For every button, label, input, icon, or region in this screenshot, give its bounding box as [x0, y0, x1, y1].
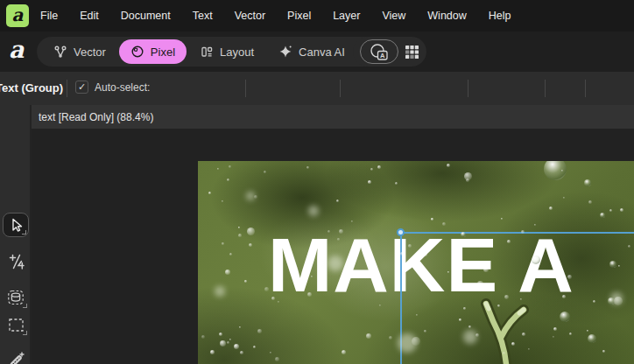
auto-select-control: ✓ Auto-select: [75, 80, 150, 94]
tool-rail [0, 105, 32, 364]
auto-select-label: Auto-select: [95, 81, 150, 94]
crop-tool-button[interactable] [3, 248, 29, 273]
tool-flyout-indicator [22, 230, 26, 234]
sparkle-icon [278, 45, 292, 59]
menu-vector[interactable]: Vector [235, 10, 265, 22]
menu-bar: a File Edit Document Text Vector Pixel L… [0, 0, 634, 32]
menu-window[interactable]: Window [427, 10, 466, 22]
persona-bar: a Vector Pixel [0, 32, 634, 72]
marquee-select-tool-button[interactable] [3, 312, 29, 337]
divider [245, 80, 246, 97]
persona-canva-ai-button[interactable]: Canva AI [267, 39, 356, 64]
app-logo-icon[interactable]: a [6, 4, 29, 27]
menu-text[interactable]: Text [193, 10, 213, 22]
canvas-pasteboard[interactable]: MAKE A [32, 129, 634, 364]
context-toolbar: Text (Group) ✓ Auto-select: [0, 72, 634, 105]
persona-pixel-button[interactable]: Pixel [119, 39, 187, 64]
menu-view[interactable]: View [382, 10, 405, 22]
selection-type-label: Text (Group) [0, 81, 63, 94]
divider [468, 80, 468, 97]
layout-panels-icon [200, 45, 214, 59]
divider [545, 80, 546, 97]
document-tab-bar: text [Read Only] (88.4%) [32, 105, 634, 129]
plus-four-icon [7, 252, 25, 270]
divider [585, 80, 586, 97]
tool-flyout-indicator [23, 331, 27, 335]
menu-pixel[interactable]: Pixel [287, 10, 311, 22]
move-tool-button[interactable] [3, 213, 29, 237]
divider [67, 80, 67, 97]
selection-brush-tool-button[interactable] [3, 285, 29, 310]
affinity-app-window: a File Edit Document Text Vector Pixel L… [0, 0, 634, 364]
menu-layer[interactable]: Layer [333, 10, 360, 22]
auto-select-checkbox[interactable]: ✓ [75, 80, 88, 94]
vector-nodes-icon [53, 45, 67, 59]
pixel-circle-icon [130, 45, 144, 59]
canvas-headline-text: MAKE A [268, 227, 574, 304]
divider [340, 80, 341, 97]
selection-corner-handle[interactable] [397, 228, 405, 236]
tool-flyout-indicator [23, 304, 27, 308]
text-mode-circle-icon[interactable]: A [360, 39, 398, 64]
persona-layout-button[interactable]: Layout [188, 39, 265, 64]
menu-document[interactable]: Document [121, 10, 171, 22]
apps-grid-icon[interactable] [405, 45, 419, 60]
selection-box-top-edge[interactable] [400, 232, 634, 234]
document-tab[interactable]: text [Read Only] (88.4%) [32, 111, 153, 123]
menu-help[interactable]: Help [489, 10, 511, 22]
persona-switcher: Vector Pixel [37, 37, 385, 66]
smart-brush-tool-button[interactable] [3, 347, 29, 364]
svg-text:A: A [380, 52, 385, 60]
canvas-photo[interactable]: MAKE A [198, 161, 634, 364]
menu-edit[interactable]: Edit [80, 10, 99, 22]
persona-vector-button[interactable]: Vector [42, 39, 117, 64]
affinity-script-logo: a [9, 38, 25, 61]
sparkle-brush-icon [6, 350, 25, 364]
menu-items: File Edit Document Text Vector Pixel Lay… [0, 10, 511, 22]
persona-right-tools: A [353, 37, 426, 66]
menu-file[interactable]: File [40, 10, 58, 22]
selection-box-left-edge[interactable] [400, 232, 402, 364]
